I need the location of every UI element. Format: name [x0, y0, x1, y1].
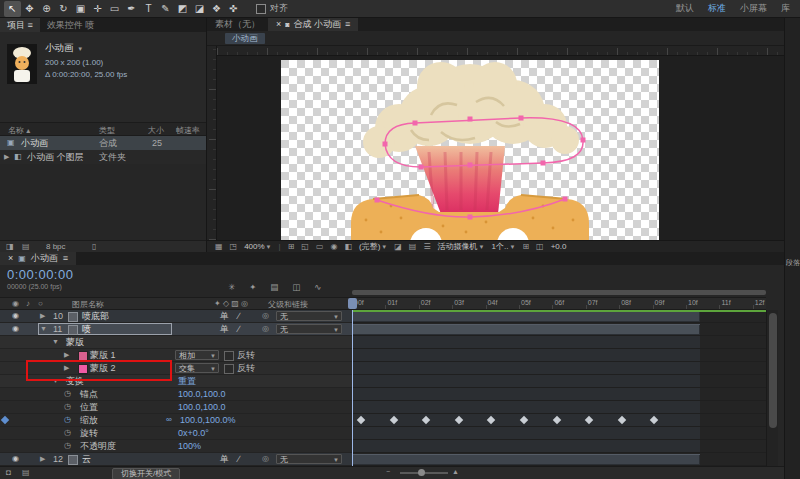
column-type[interactable]: 类型 — [99, 125, 115, 136]
stopwatch-icon[interactable]: ◷ — [64, 427, 71, 439]
mode-label[interactable]: 单 — [220, 310, 229, 322]
mode-label[interactable]: 单 — [220, 453, 229, 465]
stopwatch-icon[interactable]: ◷ — [64, 388, 71, 400]
zoom-out-icon[interactable]: − — [386, 468, 390, 475]
column-framerate[interactable]: 帧速率 — [176, 125, 200, 136]
tab-paragraph[interactable]: 段落 — [786, 258, 800, 268]
keyframe-diamond[interactable] — [618, 416, 626, 424]
visibility-eye-icon[interactable]: ◉ — [12, 323, 19, 335]
workspace-item[interactable]: 小屏幕 — [740, 2, 767, 15]
layer-name[interactable]: 喷 — [82, 323, 91, 335]
visibility-eye-icon[interactable]: ◉ — [12, 310, 19, 322]
fast-previews-icon[interactable]: ◪ — [394, 242, 402, 251]
transfer-controls-icon[interactable]: ▤ — [22, 468, 30, 477]
shape-tool-icon[interactable]: ▭ — [106, 1, 123, 17]
quality-switch-icon[interactable]: ∕ — [238, 323, 240, 335]
pickwhip-icon[interactable]: ◎ — [262, 310, 269, 322]
camera-dropdown[interactable]: 活动摄像机▼ — [438, 241, 485, 252]
roto-brush-tool-icon[interactable]: ❖ — [208, 1, 225, 17]
tab-effect-controls[interactable]: 效果控件 喷 — [40, 18, 102, 32]
keyframe-diamond[interactable] — [520, 416, 528, 424]
quality-switch-icon[interactable]: ∕ — [238, 453, 240, 465]
pan-behind-tool-icon[interactable]: ✛ — [89, 1, 106, 17]
table-row[interactable]: ◷ 锚点 100.0,100.0 — [0, 388, 352, 401]
keyframe-diamond[interactable] — [585, 416, 593, 424]
work-area-bar[interactable] — [352, 310, 766, 312]
panel-menu-icon[interactable]: ≡ — [63, 252, 68, 265]
invert-checkbox[interactable] — [224, 364, 234, 374]
pen-tool-icon[interactable]: ✒ — [123, 1, 140, 17]
layer-name[interactable]: 云 — [82, 453, 91, 465]
resolution-dropdown[interactable]: (完整)▼ — [359, 241, 387, 252]
table-row[interactable]: ◉ ▶ 12 云 单 ∕ ◎ 无▼ — [0, 453, 352, 466]
expand-arrow-icon[interactable]: ▶ — [40, 310, 45, 322]
toggle-switches-modes-button[interactable]: 切换开关/模式 — [112, 468, 180, 479]
frame-blending-icon[interactable]: ◫ — [292, 282, 300, 292]
group-name[interactable]: 蒙版 — [66, 336, 84, 348]
expand-arrow-icon[interactable]: ▼ — [52, 336, 59, 348]
table-row[interactable]: ◉ ▼ 11 喷 单 ∕ ◎ 无▼ — [0, 323, 352, 336]
tab-composition[interactable]: × ◙ 合成 小动画 ≡ — [268, 18, 358, 31]
brush-tool-icon[interactable]: ✎ — [157, 1, 174, 17]
constrain-link-icon[interactable]: ∞ — [166, 414, 172, 426]
text-tool-icon[interactable]: T — [140, 1, 157, 17]
keyframe-diamond[interactable] — [487, 416, 495, 424]
quality-switch-icon[interactable]: ∕ — [238, 310, 240, 322]
lock-icon[interactable]: ◙ — [285, 18, 289, 31]
keyframe-diamond[interactable] — [455, 416, 463, 424]
parent-column[interactable]: 父级和链接 — [268, 299, 308, 310]
mask-mode-dropdown[interactable]: 相加▼ — [175, 350, 219, 360]
mini-flowchart-icon[interactable]: ✳ — [228, 282, 235, 292]
property-name[interactable]: 旋转 — [80, 427, 98, 439]
trash-icon[interactable]: ▯ — [92, 242, 96, 251]
camera-tool-icon[interactable]: ▣ — [72, 1, 89, 17]
table-row[interactable]: ▼ 蒙版 — [0, 336, 352, 349]
invert-checkbox[interactable] — [224, 351, 234, 361]
snapshot-icon[interactable]: ◉ — [330, 242, 337, 251]
property-value[interactable]: 100% — [178, 440, 201, 452]
layer-duration-bar[interactable] — [352, 454, 700, 465]
layer-duration-bar[interactable] — [352, 311, 700, 322]
keyframe-diamond[interactable] — [389, 416, 397, 424]
current-time-display[interactable]: 0:00:00:00 — [7, 267, 73, 282]
property-name[interactable]: 不透明度 — [80, 440, 116, 452]
timeline-ruler[interactable]: 00f01f02f03f04f05f06f07f08f09f10f11f12f — [352, 297, 766, 310]
channels-icon[interactable]: ◧ — [344, 242, 352, 251]
scrollbar-thumb[interactable] — [769, 313, 777, 428]
region-of-interest-icon[interactable]: ▭ — [316, 242, 324, 251]
table-row[interactable]: ◷ 缩放 ∞ 100.0,100.0% — [0, 414, 352, 427]
current-time-indicator-line[interactable] — [352, 310, 353, 466]
property-name[interactable]: 缩放 — [80, 414, 98, 426]
time-navigator-bar[interactable] — [352, 290, 766, 295]
pixel-aspect-icon[interactable]: ⊞ — [522, 242, 529, 251]
mode-label[interactable]: 单 — [220, 323, 229, 335]
project-item-name[interactable]: 小动画 ▼ — [45, 42, 83, 55]
exposure-value[interactable]: +0.0 — [551, 242, 567, 251]
mask-visibility-icon[interactable]: ◱ — [301, 242, 309, 251]
bit-depth-button[interactable]: 8 bpc — [46, 242, 66, 251]
grid-icon[interactable]: ▦ — [215, 242, 223, 251]
panel-menu-icon[interactable]: ≡ — [345, 18, 350, 31]
close-icon[interactable]: × — [8, 252, 13, 265]
keyframe-diamond[interactable] — [357, 416, 365, 424]
flowchart-icon[interactable]: ☰ — [423, 242, 430, 251]
timeline-zoom-thumb[interactable] — [418, 469, 425, 476]
expand-arrow-icon[interactable]: ▶ — [40, 453, 45, 465]
horizontal-ruler[interactable] — [217, 46, 784, 56]
eraser-tool-icon[interactable]: ◪ — [191, 1, 208, 17]
table-row[interactable]: ▣ 小动画 合成 25 — [0, 136, 206, 150]
parent-dropdown[interactable]: 无▼ — [276, 311, 342, 321]
tab-timeline-comp[interactable]: × ▣ 小动画 ≡ — [0, 252, 76, 265]
motion-blur-icon[interactable]: ∿ — [314, 282, 321, 292]
rotation-tool-icon[interactable]: ↻ — [55, 1, 72, 17]
find-icon[interactable]: ◨ — [6, 242, 14, 251]
timeline-graph[interactable] — [352, 310, 766, 466]
hand-tool-icon[interactable]: ✥ — [21, 1, 38, 17]
property-value[interactable]: 100.0,100.0% — [180, 414, 236, 426]
expand-arrow-icon[interactable]: ▶ — [4, 150, 9, 164]
pickwhip-icon[interactable]: ◎ — [262, 323, 269, 335]
layer-name-column[interactable]: 图层名称 — [72, 299, 104, 310]
align-toggle[interactable]: 对齐 — [256, 2, 288, 15]
view-layout-dropdown[interactable]: 1个..▼ — [492, 241, 516, 252]
timeline-scrollbar[interactable] — [766, 310, 778, 466]
